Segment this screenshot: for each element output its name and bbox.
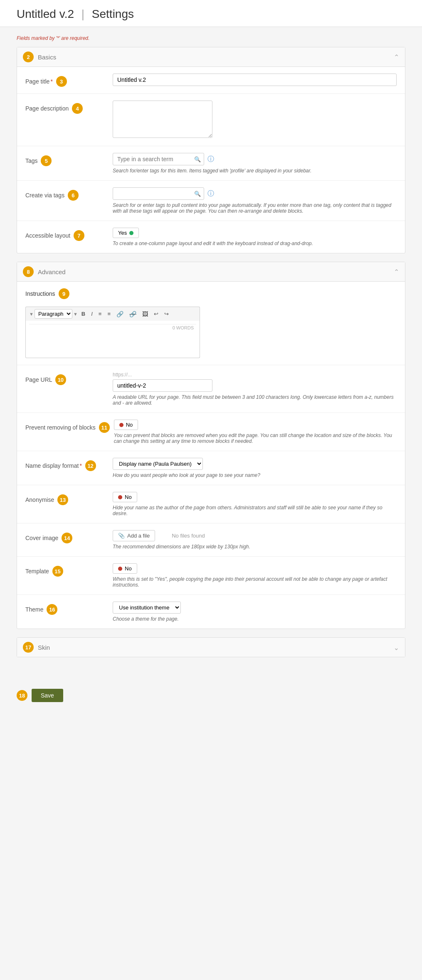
tags-label: Tags 5 bbox=[25, 153, 109, 166]
toolbar-unlink-btn[interactable]: 🔗 bbox=[127, 310, 138, 318]
page-url-badge: 10 bbox=[55, 374, 66, 385]
create-via-tags-info-icon[interactable]: ⓘ bbox=[207, 189, 214, 198]
prevent-removing-blocks-badge: 11 bbox=[99, 422, 110, 433]
advanced-title: Advanced bbox=[38, 268, 66, 275]
add-file-button[interactable]: 📎 Add a file bbox=[113, 530, 155, 541]
accessible-layout-label: Accessible layout 7 bbox=[25, 228, 109, 241]
page-url-help: A readable URL for your page. This field… bbox=[113, 394, 397, 406]
toolbar-format-arrow-icon: ▼ bbox=[73, 312, 78, 317]
accessible-layout-row: Accessible layout 7 Yes To create a one-… bbox=[17, 221, 405, 253]
create-via-tags-control: 🔍 ⓘ Search for or enter tags to pull con… bbox=[113, 187, 397, 214]
page-title-label: Page title* 3 bbox=[25, 74, 109, 87]
page-title-row: Page title* 3 bbox=[17, 67, 405, 94]
page-title-required-star: * bbox=[50, 78, 52, 85]
template-toggle[interactable]: No bbox=[113, 563, 137, 574]
skin-section-header[interactable]: 17 Skin ⌃ bbox=[17, 638, 405, 657]
prevent-removing-dot bbox=[119, 423, 123, 427]
anonymise-value: No bbox=[125, 494, 132, 500]
toolbar-ol-btn[interactable]: ≡ bbox=[105, 310, 113, 318]
skin-section: 17 Skin ⌃ bbox=[17, 637, 405, 657]
theme-select[interactable]: Use institution theme Default Custom bbox=[113, 602, 181, 614]
anonymise-help: Hide your name as the author of the page… bbox=[113, 505, 397, 516]
instructions-editor-area[interactable]: 0 WORDS bbox=[25, 321, 200, 358]
instructions-label: Instructions bbox=[25, 290, 55, 297]
cover-image-label: Cover image 14 bbox=[25, 530, 109, 543]
anonymise-badge: 13 bbox=[57, 494, 68, 505]
toolbar-redo-btn[interactable]: ↪ bbox=[162, 310, 171, 318]
anonymise-toggle[interactable]: No bbox=[113, 492, 137, 502]
page-description-textarea[interactable] bbox=[113, 101, 212, 138]
instructions-badge: 9 bbox=[59, 288, 69, 299]
name-format-required-star: * bbox=[79, 462, 81, 469]
prevent-removing-toggle-row: No bbox=[114, 420, 397, 430]
anonymise-control: No Hide your name as the author of the p… bbox=[113, 492, 397, 516]
advanced-badge: 8 bbox=[23, 266, 34, 277]
tags-search-input[interactable] bbox=[113, 153, 204, 165]
prevent-removing-blocks-control: No You can prevent that blocks are remov… bbox=[114, 420, 397, 444]
page-title-input[interactable] bbox=[113, 74, 397, 86]
create-via-tags-search-wrapper: 🔍 bbox=[113, 187, 204, 200]
toolbar-format-select[interactable]: Paragraph Heading 1 Heading 2 bbox=[35, 309, 72, 319]
instructions-word-count: 0 WORDS bbox=[29, 324, 196, 331]
save-button[interactable]: Save bbox=[32, 689, 63, 702]
prevent-removing-toggle[interactable]: No bbox=[114, 420, 138, 430]
toolbar-undo-btn[interactable]: ↩ bbox=[152, 310, 160, 318]
instructions-editor-wrapper: ▼ Paragraph Heading 1 Heading 2 ▼ B I ≡ … bbox=[25, 307, 200, 358]
name-display-format-badge: 12 bbox=[85, 460, 96, 471]
tags-info-icon[interactable]: ⓘ bbox=[207, 155, 214, 164]
create-via-tags-badge: 6 bbox=[68, 190, 79, 201]
anonymise-toggle-row: No bbox=[113, 492, 397, 502]
save-area: 18 Save bbox=[17, 689, 405, 702]
anonymise-label: Anonymise 13 bbox=[25, 492, 109, 505]
add-file-label: Add a file bbox=[127, 533, 150, 539]
skin-title: Skin bbox=[38, 644, 50, 651]
theme-label: Theme 16 bbox=[25, 602, 109, 615]
basics-section: 2 Basics ⌃ Page title* 3 Page descriptio… bbox=[17, 47, 405, 253]
cover-image-badge: 14 bbox=[62, 533, 72, 543]
toolbar-ul-btn[interactable]: ≡ bbox=[96, 310, 104, 318]
theme-control: Use institution theme Default Custom Cho… bbox=[113, 602, 397, 622]
save-badge: 18 bbox=[17, 690, 27, 701]
create-via-tags-row: Create via tags 6 🔍 ⓘ Search for or ente… bbox=[17, 181, 405, 221]
page-url-label: Page URL 10 bbox=[25, 372, 109, 385]
prevent-removing-blocks-row: Prevent removing of blocks 11 No You can… bbox=[17, 413, 405, 451]
title-separator: | bbox=[81, 7, 84, 20]
prevent-removing-blocks-label: Prevent removing of blocks 11 bbox=[25, 420, 110, 433]
cover-image-row: Cover image 14 📎 Add a file No files fou… bbox=[17, 523, 405, 557]
no-files-text: No files found bbox=[172, 533, 205, 539]
cover-image-content-row: 📎 Add a file No files found bbox=[113, 530, 397, 541]
theme-row: Theme 16 Use institution theme Default C… bbox=[17, 595, 405, 629]
toolbar-italic-btn[interactable]: I bbox=[89, 310, 95, 318]
toolbar-bold-btn[interactable]: B bbox=[79, 310, 87, 318]
toolbar-image-btn[interactable]: 🖼 bbox=[140, 310, 150, 318]
basics-chevron-icon: ⌃ bbox=[394, 53, 399, 61]
page-url-base: https://... bbox=[113, 372, 397, 378]
basics-section-header[interactable]: 2 Basics ⌃ bbox=[17, 47, 405, 67]
toolbar-paragraph-wrapper: ▼ Paragraph Heading 1 Heading 2 ▼ bbox=[29, 309, 78, 319]
page-title-badge: 3 bbox=[56, 76, 67, 87]
advanced-section: 8 Advanced ⌃ Instructions 9 ▼ Paragrap bbox=[17, 262, 405, 629]
prevent-removing-help: You can prevent that blocks are removed … bbox=[114, 432, 397, 444]
template-row: Template 15 No When this is set to "Yes"… bbox=[17, 557, 405, 595]
page-header: Untitled v.2 | Settings bbox=[0, 0, 422, 27]
name-display-format-help: How do you want people who look at your … bbox=[113, 472, 397, 478]
tags-badge: 5 bbox=[41, 155, 52, 166]
advanced-header-left: 8 Advanced bbox=[23, 266, 66, 277]
page-url-input-wrapper bbox=[113, 379, 397, 392]
template-dot bbox=[118, 567, 122, 571]
accessible-layout-help: To create a one-column page layout and e… bbox=[113, 241, 397, 246]
skin-chevron-icon: ⌃ bbox=[394, 644, 399, 651]
cover-image-control: 📎 Add a file No files found The recommen… bbox=[113, 530, 397, 550]
name-display-format-select[interactable]: Display name (Paula Paulsen) First name … bbox=[113, 458, 203, 470]
instructions-row: Instructions 9 ▼ Paragraph Heading 1 Hea… bbox=[17, 282, 405, 365]
create-via-tags-input[interactable] bbox=[113, 187, 204, 200]
theme-help: Choose a theme for the page. bbox=[113, 616, 397, 622]
main-content: Fields marked by '*' are required. 2 Bas… bbox=[0, 27, 422, 682]
accessible-layout-toggle[interactable]: Yes bbox=[113, 228, 139, 238]
toolbar-link-btn[interactable]: 🔗 bbox=[114, 310, 126, 318]
accessible-layout-dot bbox=[129, 231, 133, 235]
template-value: No bbox=[125, 565, 132, 572]
page-url-input[interactable] bbox=[113, 379, 212, 392]
advanced-section-header[interactable]: 8 Advanced ⌃ bbox=[17, 262, 405, 282]
page-title-text: Untitled v.2 bbox=[17, 7, 74, 20]
